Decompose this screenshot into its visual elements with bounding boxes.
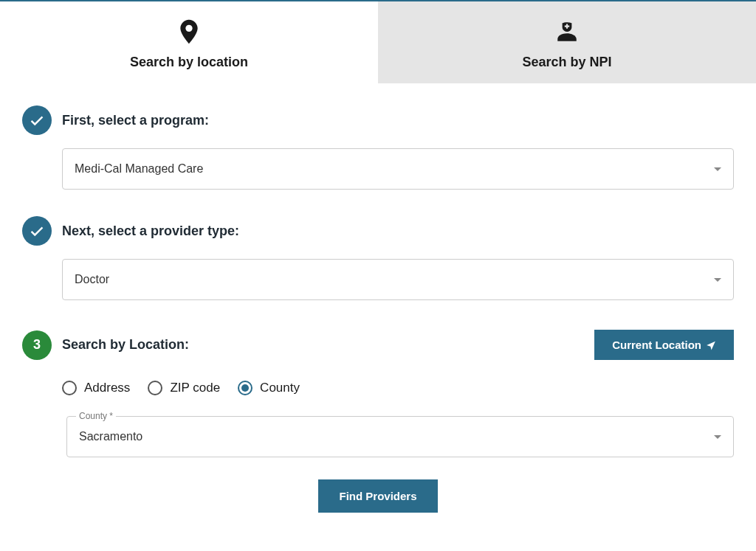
radio-address[interactable]: Address bbox=[62, 381, 130, 395]
radio-label: County bbox=[260, 381, 300, 395]
step-badge-done bbox=[22, 105, 52, 135]
check-icon bbox=[29, 112, 45, 128]
provider-type-select[interactable]: Doctor bbox=[62, 259, 734, 300]
radio-zip[interactable]: ZIP code bbox=[148, 381, 220, 395]
radio-icon bbox=[62, 381, 77, 395]
select-value: Medi-Cal Managed Care bbox=[75, 162, 203, 176]
radio-county[interactable]: County bbox=[238, 381, 300, 395]
select-value: Sacramento bbox=[79, 430, 142, 443]
check-icon bbox=[29, 223, 45, 239]
form-content: First, select a program: Medi-Cal Manage… bbox=[0, 83, 756, 513]
select-value: Doctor bbox=[75, 273, 109, 286]
submit-row: Find Providers bbox=[22, 479, 734, 513]
step-label: Next, select a provider type: bbox=[62, 223, 239, 239]
chevron-down-icon bbox=[714, 435, 721, 439]
step-provider-type: Next, select a provider type: Doctor bbox=[22, 216, 734, 300]
find-providers-button[interactable]: Find Providers bbox=[318, 479, 437, 513]
radio-label: ZIP code bbox=[170, 381, 220, 395]
search-tabs: Search by location Search by NPI bbox=[0, 0, 756, 83]
radio-icon bbox=[148, 381, 162, 395]
step-program: First, select a program: Medi-Cal Manage… bbox=[22, 105, 734, 190]
field-label: County * bbox=[76, 411, 116, 421]
county-select[interactable]: County * Sacramento bbox=[66, 416, 734, 457]
step-badge-done bbox=[22, 216, 52, 246]
chevron-down-icon bbox=[714, 167, 721, 171]
radio-icon-checked bbox=[238, 381, 252, 395]
tab-search-by-location[interactable]: Search by location bbox=[0, 1, 378, 83]
tab-search-by-npi[interactable]: Search by NPI bbox=[378, 1, 756, 83]
step-label: Search by Location: bbox=[62, 337, 189, 353]
step-number: 3 bbox=[33, 337, 41, 353]
step-location: 3 Search by Location: Current Location A… bbox=[22, 330, 734, 457]
location-pin-icon bbox=[179, 19, 199, 47]
chevron-down-icon bbox=[714, 278, 721, 282]
location-type-radios: Address ZIP code County bbox=[62, 381, 300, 395]
tab-label: Search by location bbox=[130, 55, 248, 70]
program-select[interactable]: Medi-Cal Managed Care bbox=[62, 148, 734, 190]
button-label: Find Providers bbox=[339, 490, 416, 502]
navigation-arrow-icon bbox=[706, 340, 716, 350]
step-label: First, select a program: bbox=[62, 113, 209, 128]
current-location-button[interactable]: Current Location bbox=[594, 330, 734, 360]
button-label: Current Location bbox=[612, 339, 701, 351]
radio-label: Address bbox=[84, 381, 130, 395]
nurse-icon bbox=[554, 19, 580, 47]
step-badge-current: 3 bbox=[22, 330, 52, 360]
tab-label: Search by NPI bbox=[522, 55, 611, 70]
